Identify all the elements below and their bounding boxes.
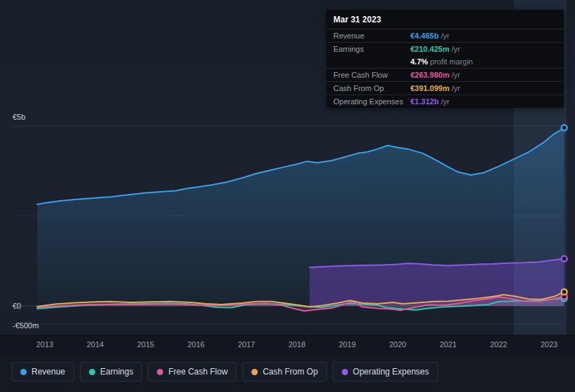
x-axis-label: 2013 bbox=[36, 340, 53, 349]
y-axis-label: -€500m bbox=[13, 321, 39, 330]
x-axis-label: 2016 bbox=[188, 340, 205, 349]
x-axis-label: 2023 bbox=[541, 340, 557, 349]
operating-expenses-endpoint-icon bbox=[562, 256, 567, 262]
x-axis-label: 2018 bbox=[289, 340, 305, 349]
legend-label: Free Cash Flow bbox=[168, 367, 228, 377]
legend-item-revenue[interactable]: Revenue bbox=[11, 362, 74, 382]
legend-item-cash-from-op[interactable]: Cash From Op bbox=[242, 362, 327, 382]
y-axis-label: €0 bbox=[13, 302, 21, 310]
financial-history-chart-panel: €5b€0-€500m20132014201520162017201820192… bbox=[0, 0, 575, 392]
date-tooltip: Mar 31 2023 Revenue €4.465b /yr Earnings… bbox=[326, 10, 564, 108]
tooltip-row-profit-margin: 4.7% profit margin bbox=[326, 55, 564, 68]
tooltip-date: Mar 31 2023 bbox=[326, 10, 564, 29]
revenue-dot-icon bbox=[20, 369, 27, 375]
x-axis-label: 2021 bbox=[440, 340, 457, 349]
legend-label: Cash From Op bbox=[263, 367, 318, 377]
tooltip-row-revenue: Revenue €4.465b /yr bbox=[326, 29, 564, 42]
cash-from-op-endpoint-icon bbox=[562, 289, 567, 295]
x-axis-label: 2022 bbox=[490, 340, 507, 349]
legend-label: Operating Expenses bbox=[353, 367, 429, 377]
operating-expenses-dot-icon bbox=[342, 369, 348, 375]
revenue-endpoint-icon bbox=[562, 125, 567, 131]
legend-item-free-cash-flow[interactable]: Free Cash Flow bbox=[148, 362, 237, 382]
x-axis-label: 2019 bbox=[339, 340, 356, 349]
tooltip-row-cash-from-op: Cash From Op €391.099m /yr bbox=[326, 81, 564, 94]
tooltip-row-earnings: Earnings €210.425m /yr bbox=[326, 42, 564, 55]
x-axis-label: 2014 bbox=[87, 340, 104, 349]
y-axis-label: €5b bbox=[13, 113, 25, 121]
tooltip-row-free-cash-flow: Free Cash Flow €263.980m /yr bbox=[326, 68, 564, 81]
legend-item-operating-expenses[interactable]: Operating Expenses bbox=[333, 362, 438, 382]
legend-label: Earnings bbox=[100, 367, 133, 377]
earnings-dot-icon bbox=[89, 369, 95, 375]
cash-from-op-dot-icon bbox=[251, 369, 258, 375]
x-axis-label: 2017 bbox=[238, 340, 255, 349]
legend-label: Revenue bbox=[32, 367, 65, 377]
x-axis-label: 2020 bbox=[389, 340, 406, 349]
tooltip-row-operating-expenses: Operating Expenses €1.312b /yr bbox=[326, 94, 564, 108]
legend-item-earnings[interactable]: Earnings bbox=[80, 362, 142, 382]
x-axis-label: 2015 bbox=[137, 340, 154, 349]
free-cash-flow-dot-icon bbox=[157, 369, 163, 375]
chart-legend: Revenue Earnings Free Cash Flow Cash Fro… bbox=[11, 362, 438, 382]
